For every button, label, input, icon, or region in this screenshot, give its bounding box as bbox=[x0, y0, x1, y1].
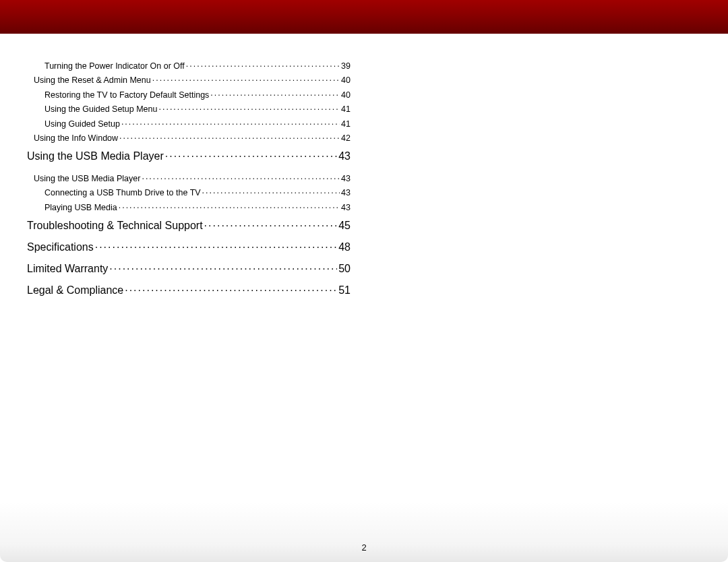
toc-entry-label: Playing USB Media bbox=[44, 203, 117, 212]
toc-entry-page: 43 bbox=[341, 188, 351, 197]
toc-leader-dots bbox=[158, 104, 340, 113]
toc-entry-page: 40 bbox=[341, 90, 351, 100]
toc-entry-label: Troubleshooting & Technical Support bbox=[27, 220, 203, 232]
toc-entry-label: Turning the Power Indicator On or Off bbox=[44, 61, 185, 71]
toc-column: Turning the Power Indicator On or Off39U… bbox=[0, 34, 377, 301]
toc-entry-label: Using the Guided Setup Menu bbox=[44, 104, 157, 114]
toc-entry: Using the Info Window42 bbox=[27, 131, 351, 146]
toc-entry-page: 43 bbox=[341, 203, 351, 212]
toc-entry: Turning the Power Indicator On or Off39 bbox=[27, 58, 351, 73]
toc-entry-page: 43 bbox=[341, 174, 351, 183]
toc-entry-page: 50 bbox=[338, 263, 351, 275]
toc-entry-page: 48 bbox=[338, 241, 351, 253]
toc-entry-label: Using the USB Media Player bbox=[34, 174, 140, 183]
toc-entry-label: Connecting a USB Thumb Drive to the TV bbox=[44, 188, 201, 197]
toc-leader-dots bbox=[125, 283, 337, 294]
toc-entry: Using Guided Setup41 bbox=[27, 116, 351, 131]
toc-entry-page: 42 bbox=[341, 133, 351, 143]
toc-leader-dots bbox=[95, 240, 337, 251]
toc-leader-dots bbox=[142, 173, 340, 181]
toc-entry: Specifications48 bbox=[27, 236, 351, 257]
toc-entry: Limited Warranty50 bbox=[27, 257, 351, 279]
toc-entry-label: Using the Info Window bbox=[34, 133, 118, 143]
toc-leader-dots bbox=[119, 133, 340, 142]
toc-entry-page: 45 bbox=[338, 220, 351, 232]
toc-leader-dots bbox=[121, 118, 340, 127]
toc-entry: Using the Guided Setup Menu41 bbox=[27, 102, 351, 117]
toc-leader-dots bbox=[186, 60, 340, 69]
toc-entry: Troubleshooting & Technical Support45 bbox=[27, 214, 351, 236]
toc-entry-label: Using the USB Media Player bbox=[27, 150, 164, 162]
page-bottom-shadow bbox=[0, 501, 728, 562]
toc-leader-dots bbox=[109, 261, 337, 272]
toc-entry: Connecting a USB Thumb Drive to the TV43 bbox=[27, 185, 351, 200]
toc-leader-dots bbox=[210, 89, 340, 98]
toc-leader-dots bbox=[152, 75, 340, 84]
toc-leader-dots bbox=[204, 218, 338, 229]
header-band bbox=[0, 0, 728, 34]
toc-entry: Restoring the TV to Factory Default Sett… bbox=[27, 87, 351, 102]
toc-entry-page: 51 bbox=[338, 284, 351, 296]
toc-entry-page: 41 bbox=[341, 119, 351, 129]
toc-entry-label: Using Guided Setup bbox=[44, 119, 120, 129]
toc-entry: Playing USB Media43 bbox=[27, 199, 351, 214]
toc-leader-dots bbox=[165, 149, 337, 160]
toc-entry-label: Restoring the TV to Factory Default Sett… bbox=[44, 90, 209, 100]
toc-entry-label: Specifications bbox=[27, 241, 94, 253]
toc-entry-page: 43 bbox=[338, 150, 351, 162]
toc-entry-page: 41 bbox=[341, 104, 351, 114]
toc-entry: Using the Reset & Admin Menu40 bbox=[27, 73, 351, 88]
toc-entry: Using the USB Media Player43 bbox=[27, 145, 351, 166]
toc-entry-label: Legal & Compliance bbox=[27, 284, 123, 296]
toc-entry: Legal & Compliance51 bbox=[27, 279, 351, 301]
toc-leader-dots bbox=[202, 187, 340, 196]
toc-entry: Using the USB Media Player43 bbox=[27, 170, 351, 185]
page-number: 2 bbox=[0, 542, 728, 553]
toc-entry-page: 40 bbox=[341, 75, 351, 85]
toc-leader-dots bbox=[119, 201, 340, 210]
toc-entry-label: Using the Reset & Admin Menu bbox=[34, 75, 151, 85]
toc-entry-label: Limited Warranty bbox=[27, 263, 108, 275]
toc-entry-page: 39 bbox=[341, 61, 351, 71]
